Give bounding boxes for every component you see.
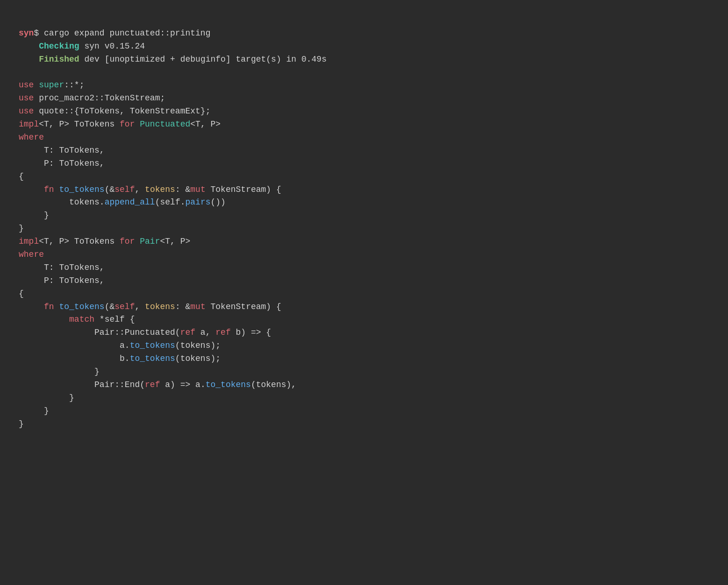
- syn-keyword: syn: [19, 28, 34, 38]
- impl-keyword-2: impl: [19, 237, 39, 246]
- code-display: syn$ cargo expand punctuated::printing C…: [19, 14, 709, 431]
- fn-keyword-2: fn: [44, 302, 54, 311]
- where-keyword-1: where: [19, 133, 44, 142]
- use-keyword-1: use: [19, 80, 34, 90]
- use-keyword-2: use: [19, 93, 34, 103]
- checking-label: Checking: [39, 42, 79, 51]
- finished-label: Finished: [39, 55, 79, 64]
- impl-keyword-1: impl: [19, 120, 39, 129]
- fn-keyword-1: fn: [44, 185, 54, 194]
- where-keyword-2: where: [19, 250, 44, 259]
- match-keyword: match: [69, 315, 94, 324]
- use-keyword-3: use: [19, 106, 34, 116]
